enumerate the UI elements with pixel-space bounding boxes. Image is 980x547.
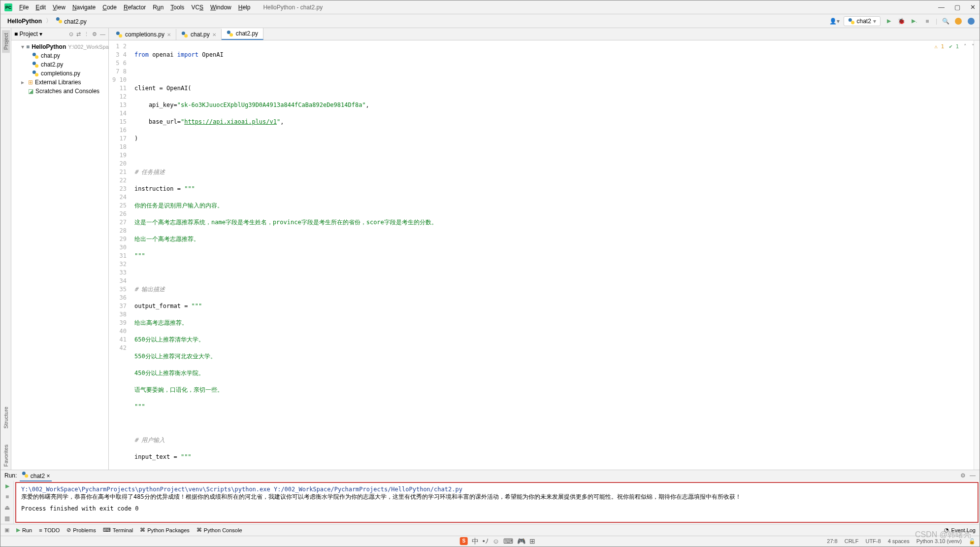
tree-root[interactable]: ▾■ HelloPython Y:\002_WorkSpace — [11, 42, 108, 51]
ime-emoji[interactable]: ☺ — [492, 537, 499, 546]
exit-button[interactable]: ⏏ — [4, 504, 10, 511]
menu-vcs[interactable]: VCS — [188, 3, 206, 12]
ide-update-icon[interactable] — [954, 17, 963, 26]
run-tab[interactable]: chat2 × — [20, 470, 52, 481]
python-file-icon — [227, 30, 233, 37]
tree-file[interactable]: chat2.py — [11, 60, 108, 69]
breadcrumb-file[interactable]: chat2.py — [53, 16, 90, 26]
watermark: CSDN @韩曙亮 — [915, 530, 971, 540]
ok-indicator[interactable]: ✔ 1 — [949, 42, 959, 51]
run-config-selector[interactable]: chat2 ▾ — [844, 16, 881, 26]
menu-edit[interactable]: Edit — [33, 3, 49, 12]
svg-point-17 — [25, 474, 28, 478]
breadcrumb-root[interactable]: HelloPython — [4, 17, 45, 26]
run-exit: Process finished with exit code 0 — [21, 505, 973, 512]
code-editor[interactable]: ⚠ 1 ✔ 1 ˄ ˅ 1 2 3 4 5 6 7 8 9 10 11 12 1… — [109, 40, 980, 470]
tool-window-quick-access-icon[interactable]: ▣ — [4, 527, 9, 533]
editor-tab[interactable]: completions.py✕ — [111, 29, 176, 40]
editor-tab[interactable]: chat.py✕ — [176, 29, 222, 40]
hide-panel-icon[interactable]: — — [100, 31, 105, 37]
ime-grid[interactable]: ⊞ — [529, 537, 535, 546]
navigation-bar: HelloPython 〉 chat2.py 👤▾ chat2 ▾ ▶ 🐞 ▶.… — [0, 14, 980, 28]
run-tool-window: Run: chat2 × ⚙ — ▶ ■ ⏏ ▦ Y:\002_WorkSpac… — [0, 470, 980, 524]
tool-run[interactable]: ▶Run — [16, 527, 32, 533]
tool-terminal[interactable]: ⌨Terminal — [103, 527, 133, 533]
status-indent[interactable]: 4 spaces — [888, 538, 910, 545]
gear-icon[interactable]: ⚙ — [960, 472, 966, 479]
select-opened-icon[interactable]: ⊙ — [69, 31, 73, 37]
run-command: Y:\002_WorkSpace\PycharmProjects\pythonP… — [21, 486, 973, 493]
editor-inspections[interactable]: ⚠ 1 ✔ 1 ˄ ˅ — [934, 42, 975, 51]
ime-kb[interactable]: ⌨ — [503, 537, 513, 546]
python-icon — [848, 18, 855, 25]
status-caret-pos[interactable]: 27:8 — [827, 538, 837, 545]
menu-navigate[interactable]: Navigate — [69, 3, 98, 12]
gear-icon[interactable]: ⚙ — [92, 31, 97, 37]
close-tab-icon[interactable]: ✕ — [167, 32, 171, 37]
source-code[interactable]: from openai import OpenAI client = OpenA… — [131, 40, 974, 470]
hide-icon[interactable]: — — [970, 472, 976, 479]
expand-all-icon[interactable]: ⇄ — [76, 31, 81, 37]
close-button[interactable]: ✕ — [970, 3, 976, 11]
ide-settings-icon[interactable] — [967, 17, 976, 26]
ime-lang[interactable]: 中 — [472, 537, 479, 546]
stop-button[interactable]: ■ — [5, 493, 9, 500]
run-output[interactable]: Y:\002_WorkSpace\PycharmProjects\pythonP… — [15, 482, 979, 523]
stop-button[interactable]: ■ — [923, 17, 932, 26]
svg-point-2 — [848, 18, 851, 21]
svg-point-5 — [35, 55, 38, 59]
svg-point-12 — [182, 32, 185, 35]
tree-external-libs[interactable]: ▸⊞ External Libraries — [11, 78, 108, 87]
menu-file[interactable]: File — [16, 3, 32, 12]
minimize-button[interactable]: — — [938, 3, 945, 11]
menu-view[interactable]: View — [50, 3, 68, 12]
menu-help[interactable]: Help — [235, 3, 254, 12]
user-icon[interactable]: 👤▾ — [829, 18, 840, 25]
svg-point-15 — [229, 33, 233, 36]
tool-tab-structure[interactable]: Structure — [2, 404, 10, 432]
tree-file[interactable]: chat.py — [11, 51, 108, 60]
ime-tray: S 中 •ﾉ ☺ ⌨ 🎮 ⊞ — [460, 537, 535, 546]
error-stripe[interactable] — [974, 40, 980, 470]
tool-tab-favorites[interactable]: Favorites — [2, 442, 10, 470]
editor-tab-active[interactable]: chat2.py — [222, 28, 263, 40]
menu-window[interactable]: Window — [207, 3, 234, 12]
tool-python-packages[interactable]: ⌘Python Packages — [140, 527, 190, 533]
maximize-button[interactable]: ▢ — [954, 3, 960, 11]
rerun-button[interactable]: ▶ — [5, 483, 9, 489]
project-panel: ■ Project ▾ ⊙ ⇄ ⋮ ⚙ — ▾■ HelloPython Y:\… — [11, 28, 109, 470]
title-bar: PC File Edit View Navigate Code Refactor… — [0, 0, 980, 14]
close-tab-icon[interactable]: ✕ — [212, 32, 216, 37]
status-line-ending[interactable]: CRLF — [845, 538, 859, 545]
layout-button[interactable]: ▦ — [4, 515, 10, 522]
menu-refactor[interactable]: Refactor — [121, 3, 149, 12]
tree-scratches[interactable]: ◪ Scratches and Consoles — [11, 87, 108, 96]
run-stdout: 亲爱的韩曙亮同学，恭喜你在高考中取得了485分的优异成绩！根据你的成绩和所在的河… — [21, 493, 973, 501]
debug-button[interactable]: 🐞 — [897, 17, 906, 26]
svg-point-3 — [851, 21, 854, 24]
svg-point-11 — [119, 34, 122, 37]
run-button[interactable]: ▶ — [884, 17, 893, 26]
status-encoding[interactable]: UTF-8 — [865, 538, 881, 545]
sogou-icon[interactable]: S — [460, 537, 468, 545]
collapse-all-icon[interactable]: ⋮ — [84, 31, 89, 37]
chevron-up-icon[interactable]: ˄ — [964, 42, 967, 51]
search-everywhere-button[interactable]: 🔍 — [941, 17, 950, 26]
tool-tab-project[interactable]: Project — [2, 30, 10, 53]
ime-game[interactable]: 🎮 — [517, 537, 525, 546]
menu-run[interactable]: Run — [150, 3, 166, 12]
run-coverage-button[interactable]: ▶. — [910, 17, 919, 26]
tree-file[interactable]: completions.py — [11, 69, 108, 78]
menu-code[interactable]: Code — [99, 3, 120, 12]
menu-tools[interactable]: Tools — [167, 3, 187, 12]
chevron-down-icon[interactable]: ˅ — [972, 42, 975, 51]
tool-todo[interactable]: ≡TODO — [39, 527, 60, 533]
tool-problems[interactable]: ⊘Problems — [66, 527, 96, 533]
svg-point-9 — [35, 73, 38, 76]
svg-point-14 — [227, 31, 230, 34]
window-title: HelloPython - chat2.py — [263, 4, 323, 11]
svg-point-1 — [59, 20, 62, 23]
warning-indicator[interactable]: ⚠ 1 — [934, 42, 944, 51]
tool-python-console[interactable]: ⌘Python Console — [196, 527, 242, 533]
ime-punct[interactable]: •ﾉ — [483, 537, 489, 546]
